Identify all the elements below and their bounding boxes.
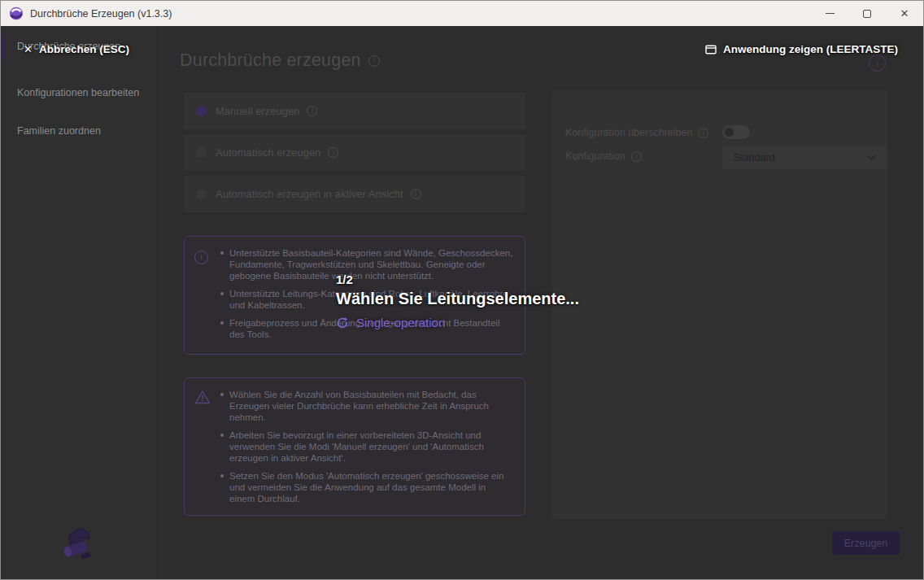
info-icon[interactable]: i — [698, 128, 708, 138]
close-button[interactable]: ✕ — [886, 1, 923, 26]
config-label: Konfiguration i — [565, 150, 642, 162]
radio-icon — [196, 147, 207, 158]
cancel-label: Abbrechen (ESC) — [39, 43, 129, 55]
warning-bullet: Arbeiten Sie bevorzugt in einer vorberei… — [219, 430, 513, 464]
mode-label: Automatisch erzeugen — [216, 146, 320, 159]
radio-icon — [196, 189, 207, 199]
info-glyph: i — [876, 59, 878, 68]
generate-button[interactable]: Erzeugen — [832, 531, 900, 555]
mode-label: Manuell erzeugen — [216, 105, 299, 117]
sync-spinner-icon — [336, 316, 349, 329]
info-glyph: i — [194, 251, 208, 264]
selection-prompt: 1/2 Wählen Sie Leitungselemente... Singl… — [336, 273, 579, 329]
mode-label: Automatisch erzeugen in aktiver Ansicht — [216, 188, 403, 200]
brand-logo-icon — [59, 524, 97, 563]
radio-selected-icon — [196, 106, 207, 116]
info-icon[interactable]: i — [328, 147, 338, 158]
mode-option-automatisch[interactable]: Automatisch erzeugen i — [184, 134, 525, 171]
warning-bullet-list: Wählen Sie die Anzahl von Basisbauteilen… — [219, 389, 513, 507]
sidebar-item-familien-zuordnen[interactable]: Familien zuordnen — [1, 118, 158, 144]
maximize-icon — [863, 10, 871, 18]
config-select[interactable]: Standard — [722, 146, 887, 169]
info-icon[interactable]: i — [631, 151, 642, 162]
page-title: Durchbrüche erzeugen — [180, 50, 361, 71]
sidebar-item-konfigurationen-bearbeiten[interactable]: Konfigurationen bearbeiten — [1, 80, 158, 106]
sidebar-item-label: Familien zuordnen — [17, 125, 101, 137]
info-icon[interactable]: i — [307, 106, 317, 116]
help-info-icon[interactable]: i — [869, 55, 886, 72]
app-icon — [9, 7, 24, 20]
info-icon[interactable]: i — [368, 55, 380, 67]
show-application-label: Anwendung zeigen (LEERTASTE) — [723, 43, 898, 55]
window-icon — [705, 45, 717, 55]
step-indicator: 1/2 — [336, 273, 579, 287]
mode-option-manuell[interactable]: Manuell erzeugen i — [184, 93, 525, 129]
warning-notice-box: Wählen Sie die Anzahl von Basisbauteilen… — [184, 377, 525, 516]
override-config-label: Konfiguration überschreiben i — [565, 127, 708, 138]
warning-triangle-icon — [194, 389, 211, 507]
info-circle-icon: i — [194, 247, 211, 346]
operation-mode: Single-operation — [336, 316, 579, 329]
toggle-knob — [725, 128, 734, 137]
mode-option-automatisch-aktive-ansicht[interactable]: Automatisch erzeugen in aktiver Ansicht … — [184, 176, 525, 212]
page-title-row: Durchbrüche erzeugen i — [180, 50, 380, 71]
label-text: Konfiguration — [565, 150, 625, 162]
minimize-button[interactable] — [811, 1, 848, 26]
warning-bullet: Setzen Sie den Modus 'Automatisch erzeug… — [219, 470, 513, 504]
minimize-icon — [826, 13, 835, 14]
app-window: Durchbrüche Erzeugen (v1.3.3) ✕ Durchbrü… — [0, 0, 924, 580]
cancel-selection-button[interactable]: ✕ Abbrechen (ESC) — [24, 43, 129, 55]
override-config-toggle[interactable] — [722, 125, 750, 139]
configuration-panel: Konfiguration überschreiben i Konfigurat… — [552, 90, 887, 519]
info-icon[interactable]: i — [411, 189, 421, 199]
warning-bullet: Wählen Sie die Anzahl von Basisbauteilen… — [219, 389, 513, 423]
maximize-button[interactable] — [848, 1, 886, 26]
label-text: Konfiguration überschreiben — [565, 127, 692, 138]
show-application-button[interactable]: Anwendung zeigen (LEERTASTE) — [705, 43, 898, 55]
chevron-down-icon — [866, 155, 876, 161]
titlebar: Durchbrüche Erzeugen (v1.3.3) ✕ — [1, 1, 923, 26]
window-title: Durchbrüche Erzeugen (v1.3.3) — [30, 8, 172, 20]
config-selected-value: Standard — [734, 152, 775, 164]
sidebar: Durchbrüche erzeugen Konfigurationen bea… — [1, 26, 158, 580]
close-icon: ✕ — [900, 8, 909, 19]
selection-instruction: Wählen Sie Leitungselemente... — [336, 289, 579, 308]
operation-mode-label: Single-operation — [356, 316, 445, 329]
sidebar-item-label: Konfigurationen bearbeiten — [17, 87, 139, 98]
close-x-icon: ✕ — [24, 43, 33, 55]
